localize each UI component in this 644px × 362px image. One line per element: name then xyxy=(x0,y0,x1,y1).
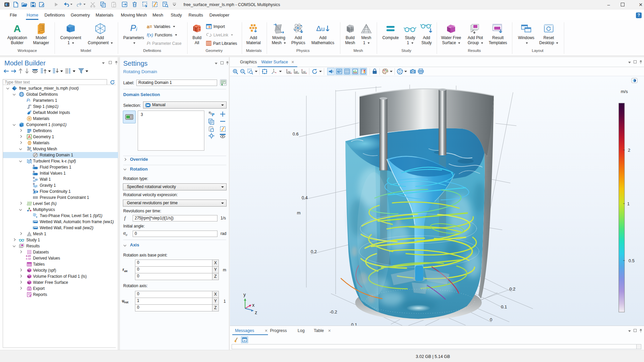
svg-text:0.1: 0.1 xyxy=(501,304,507,309)
svg-text:-0.2: -0.2 xyxy=(330,309,337,314)
svg-text:xz: xz xyxy=(303,70,306,73)
svg-text:0.4: 0.4 xyxy=(302,195,308,200)
svg-text:2: 2 xyxy=(628,148,630,153)
svg-text:D: D xyxy=(33,189,35,191)
svg-text:z: z xyxy=(255,310,257,315)
svg-text:y: y xyxy=(243,292,246,297)
svg-text:0.2: 0.2 xyxy=(311,249,317,254)
svg-text:0: 0 xyxy=(490,317,492,322)
svg-text:m/s: m/s xyxy=(621,89,628,94)
svg-text:0.1: 0.1 xyxy=(351,322,357,326)
svg-text:1: 1 xyxy=(627,201,630,206)
svg-text:D: D xyxy=(33,171,35,173)
svg-text:0.6: 0.6 xyxy=(293,131,299,137)
svg-text:xy: xy xyxy=(288,70,291,73)
svg-text:m: m xyxy=(297,210,301,215)
svg-text:yz: yz xyxy=(295,70,298,73)
svg-text:D: D xyxy=(33,164,35,167)
svg-text:D: D xyxy=(33,177,35,179)
svg-text:0.5: 0.5 xyxy=(629,258,635,263)
svg-text:x: x xyxy=(252,302,255,308)
svg-text:0.2: 0.2 xyxy=(509,286,515,292)
svg-text:D: D xyxy=(33,183,35,185)
